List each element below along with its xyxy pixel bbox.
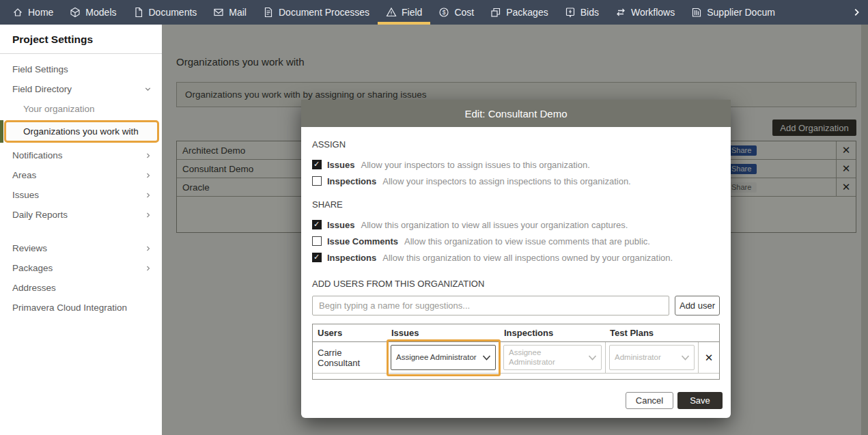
- add-user-button[interactable]: Add user: [675, 296, 720, 315]
- issues-role-cell: Assignee Administrator: [387, 342, 499, 373]
- nav-item-supplier-documents[interactable]: Supplier Docum: [683, 0, 783, 25]
- sidebar-item-primavera-cloud-integration[interactable]: Primavera Cloud Integration: [0, 298, 162, 318]
- sidebar-item-label: Addresses: [12, 283, 56, 293]
- table-row: Carrie Consultant Assignee Administrator…: [313, 342, 719, 373]
- edit-organization-dialog: Edit: Consultant Demo ASSIGN Issues Allo…: [301, 100, 731, 418]
- nav-item-workflows[interactable]: Workflows: [607, 0, 683, 25]
- sidebar-item-label: Reviews: [12, 243, 47, 253]
- sidebar-item-organizations-you-work-with[interactable]: Organizations you work with: [0, 120, 162, 143]
- models-icon: [70, 7, 81, 18]
- users-permissions-table: Users Issues Inspections Test Plans Carr…: [312, 324, 720, 380]
- test-plans-role-cell: Administrator: [605, 342, 698, 373]
- share-inspections-row: Inspections Allow this organization to v…: [312, 249, 720, 266]
- selected-indicator: [0, 120, 3, 143]
- nav-overflow-chevron[interactable]: [845, 0, 868, 25]
- sidebar-item-label: Field Directory: [12, 84, 72, 94]
- save-button[interactable]: Save: [677, 392, 723, 409]
- sidebar-item-label: Your organization: [23, 104, 95, 114]
- page-title: Project Settings: [0, 25, 162, 54]
- chevron-right-icon: [144, 171, 152, 180]
- checkbox[interactable]: [312, 220, 322, 229]
- test-plans-role-dropdown[interactable]: Administrator: [609, 345, 695, 370]
- supplier-documents-icon: [691, 7, 702, 18]
- chevron-right-icon: [144, 191, 152, 199]
- settings-sidebar: Project Settings Field Settings Field Di…: [0, 25, 162, 435]
- checkbox[interactable]: [312, 253, 322, 262]
- checkbox-label: Inspections: [327, 253, 376, 263]
- checkbox-description: Allow this organization to view all issu…: [361, 220, 628, 230]
- table-footer-strip: [313, 373, 719, 379]
- chevron-down-icon: [681, 354, 690, 361]
- chevron-right-icon: [144, 244, 152, 253]
- checkbox-label: Issues: [327, 160, 354, 170]
- share-section-label: SHARE: [312, 199, 720, 210]
- chevron-down-icon: [143, 85, 152, 94]
- sidebar-item-addresses[interactable]: Addresses: [0, 278, 162, 298]
- chevron-right-icon: [852, 8, 861, 17]
- sidebar-item-label: Issues: [12, 190, 39, 200]
- dropdown-value: Administrator: [615, 353, 661, 363]
- sidebar-item-label: Field Settings: [12, 64, 68, 74]
- inspections-role-dropdown[interactable]: Assignee Administrator: [503, 345, 602, 370]
- close-icon: ✕: [705, 352, 714, 364]
- cost-icon: $: [438, 7, 449, 18]
- nav-item-document-processes[interactable]: Document Processes: [255, 0, 378, 25]
- sidebar-item-field-directory[interactable]: Field Directory: [0, 79, 162, 99]
- checkbox[interactable]: [312, 236, 322, 246]
- nav-label: Supplier Docum: [707, 7, 775, 18]
- nav-item-models[interactable]: Models: [61, 0, 124, 25]
- sidebar-item-reviews[interactable]: Reviews: [0, 238, 162, 258]
- sidebar-item-label: Organizations you work with: [23, 126, 139, 137]
- nav-label: Documents: [149, 7, 197, 18]
- remove-user-button[interactable]: ✕: [698, 342, 719, 373]
- nav-item-home[interactable]: Home: [4, 0, 61, 25]
- nav-label: Bids: [580, 7, 599, 18]
- sidebar-item-label: Daily Reports: [12, 210, 68, 220]
- sidebar-item-label: Notifications: [12, 150, 63, 160]
- checkbox-description: Allow this organization to view issue co…: [404, 236, 650, 247]
- column-header-inspections: Inspections: [499, 328, 605, 338]
- user-search-input[interactable]: [312, 296, 669, 315]
- nav-label: Packages: [506, 7, 548, 18]
- top-navigation: Home Models Documents Mail Document Proc…: [0, 0, 868, 25]
- checkbox-description: Allow your inspectors to assign issues t…: [361, 160, 589, 170]
- cancel-button[interactable]: Cancel: [626, 392, 673, 409]
- sidebar-item-issues[interactable]: Issues: [0, 185, 162, 205]
- inspections-role-cell: Assignee Administrator: [499, 342, 605, 373]
- sidebar-item-field-settings[interactable]: Field Settings: [0, 59, 162, 79]
- documents-icon: [133, 7, 144, 18]
- nav-item-packages[interactable]: Packages: [482, 0, 556, 25]
- chevron-down-icon: [482, 354, 491, 361]
- table-header-row: Users Issues Inspections Test Plans: [313, 324, 719, 342]
- workflows-icon: [615, 7, 626, 18]
- packages-icon: [490, 7, 501, 18]
- checkbox-description: Allow this organization to view all insp…: [382, 253, 673, 263]
- issues-role-dropdown[interactable]: Assignee Administrator: [391, 345, 496, 370]
- sidebar-item-your-organization[interactable]: Your organization: [0, 99, 162, 119]
- sidebar-item-daily-reports[interactable]: Daily Reports: [0, 205, 162, 225]
- checkbox[interactable]: [312, 160, 322, 169]
- sidebar-section-gap: [0, 225, 162, 238]
- nav-item-mail[interactable]: Mail: [205, 0, 255, 25]
- checkbox[interactable]: [312, 176, 322, 186]
- user-name: Carrie Consultant: [313, 342, 387, 373]
- sidebar-item-notifications[interactable]: Notifications: [0, 145, 162, 165]
- sidebar-item-label: Primavera Cloud Integration: [12, 303, 127, 313]
- assign-inspections-row: Inspections Allow your inspectors to ass…: [312, 173, 720, 189]
- sidebar-item-packages[interactable]: Packages: [0, 258, 162, 278]
- chevron-down-icon: [588, 354, 597, 361]
- column-header-users: Users: [313, 328, 387, 338]
- chevron-right-icon: [144, 211, 152, 219]
- dialog-title: Edit: Consultant Demo: [301, 100, 731, 127]
- column-header-test-plans: Test Plans: [605, 328, 698, 338]
- sidebar-item-areas[interactable]: Areas: [0, 165, 162, 185]
- column-header-issues: Issues: [387, 328, 499, 338]
- add-user-controls: Add user: [312, 296, 720, 315]
- nav-item-cost[interactable]: $ Cost: [430, 0, 482, 25]
- nav-item-field[interactable]: Field: [378, 0, 430, 25]
- nav-item-bids[interactable]: Bids: [557, 0, 607, 25]
- bids-icon: [565, 7, 576, 18]
- dialog-body: ASSIGN Issues Allow your inspectors to a…: [301, 127, 731, 380]
- nav-item-documents[interactable]: Documents: [125, 0, 206, 25]
- nav-label: Mail: [229, 7, 247, 18]
